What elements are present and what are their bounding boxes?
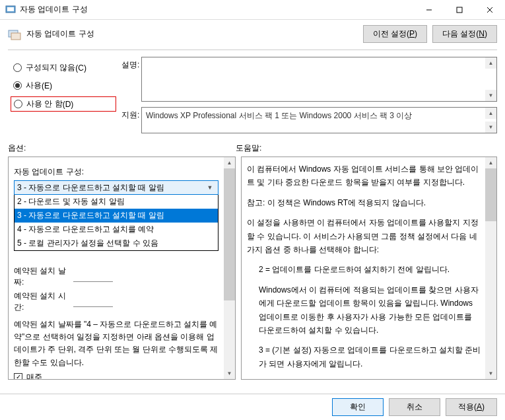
previous-setting-button[interactable]: 이전 설정(P): [363, 25, 427, 43]
policy-title: 자동 업데이트 구성: [26, 28, 358, 40]
radio-icon: [13, 63, 22, 72]
radio-disabled[interactable]: 사용 안 함(D): [11, 96, 116, 112]
scrollbar-thumb[interactable]: [485, 168, 496, 221]
scroll-up-icon[interactable]: ▲: [485, 57, 496, 69]
maximize-button[interactable]: [444, 0, 475, 20]
description-label: 설명:: [121, 57, 141, 102]
next-setting-button[interactable]: 다음 설정(N): [432, 25, 497, 43]
scroll-down-icon[interactable]: ▼: [224, 368, 235, 379]
scroll-up-icon[interactable]: ▲: [485, 157, 496, 168]
scroll-down-icon[interactable]: ▼: [485, 368, 496, 379]
weekly-checkbox-row[interactable]: 매주: [14, 372, 219, 380]
svg-rect-3: [457, 7, 462, 13]
config-label: 자동 업데이트 구성:: [14, 166, 219, 178]
config-combo-list[interactable]: 2 - 다운로드 및 자동 설치 알림 3 - 자동으로 다운로드하고 설치할 …: [14, 195, 219, 251]
title-bar: 자동 업데이트 구성: [0, 0, 505, 20]
checkbox-icon: [14, 373, 22, 380]
help-pane: 이 컴퓨터에서 Windows 자동 업데이트 서비스를 통해 보안 업데이트 …: [241, 157, 497, 380]
app-icon: [5, 5, 16, 15]
combo-option[interactable]: 5 - 로컬 관리자가 설정을 선택할 수 있음: [15, 236, 218, 250]
scroll-up-icon[interactable]: ▲: [485, 108, 496, 119]
scroll-down-icon[interactable]: ▼: [485, 90, 496, 101]
radio-not-configured[interactable]: 구성되지 않음(C): [11, 61, 116, 75]
config-combo[interactable]: 3 - 자동으로 다운로드하고 설치할 때 알림 ▼: [14, 180, 219, 195]
scroll-down-icon[interactable]: ▼: [485, 122, 496, 133]
combo-option[interactable]: 3 - 자동으로 다운로드하고 설치할 때 알림: [15, 209, 218, 223]
radio-enabled[interactable]: 사용(E): [11, 79, 116, 92]
support-text: Windows XP Professional 서비스 팩 1 또는 Windo…: [142, 108, 496, 124]
options-paragraph: 예약된 설치 날짜를 "4 – 자동으로 다운로드하고 설치를 예약"으로 선택…: [14, 318, 219, 369]
chevron-down-icon: ▼: [205, 184, 215, 191]
combo-option[interactable]: 2 - 다운로드 및 자동 설치 알림: [15, 195, 218, 209]
radio-icon: [14, 100, 22, 108]
help-text: 이 컴퓨터에서 Windows 자동 업데이트 서비스를 통해 보안 업데이트 …: [242, 157, 496, 379]
ok-button[interactable]: 확인: [332, 398, 384, 416]
radio-group: 구성되지 않음(C) 사용(E) 사용 안 함(D): [11, 57, 116, 139]
weekly-label: 매주: [26, 372, 42, 380]
scroll-up-icon[interactable]: ▲: [224, 157, 235, 168]
scheduled-time-label: 예약된 설치 시간:: [14, 291, 73, 313]
help-scrollbar[interactable]: ▲ ▼: [485, 157, 496, 379]
apply-button[interactable]: 적용(A): [446, 398, 497, 416]
svg-rect-7: [11, 33, 20, 40]
options-pane: 자동 업데이트 구성: 3 - 자동으로 다운로드하고 설치할 때 알림 ▼ 2…: [8, 157, 236, 380]
combo-value: 3 - 자동으로 다운로드하고 설치할 때 알림: [17, 182, 205, 193]
policy-icon: [8, 28, 21, 40]
support-textarea[interactable]: Windows XP Professional 서비스 팩 1 또는 Windo…: [141, 107, 497, 133]
options-label: 옵션:: [8, 143, 236, 154]
scrollbar-thumb[interactable]: [224, 168, 235, 300]
separator: [8, 50, 497, 50]
minimize-button[interactable]: [414, 0, 444, 20]
help-label: 도움말:: [236, 143, 261, 154]
options-scrollbar[interactable]: ▲ ▼: [224, 157, 235, 379]
footer: 확인 취소 적용(A): [0, 394, 505, 420]
scheduled-time-input[interactable]: [73, 297, 113, 307]
combo-option[interactable]: 4 - 자동으로 다운로드하고 설치를 예약: [15, 223, 218, 236]
window-title: 자동 업데이트 구성: [20, 4, 414, 15]
header: 자동 업데이트 구성 이전 설정(P) 다음 설정(N): [0, 20, 505, 46]
cancel-button[interactable]: 취소: [389, 398, 440, 416]
radio-icon: [13, 81, 22, 90]
close-button[interactable]: [475, 0, 505, 20]
scheduled-date-label: 예약된 설치 날짜:: [14, 265, 73, 288]
svg-rect-1: [7, 7, 14, 11]
scheduled-date-input[interactable]: [73, 271, 113, 282]
description-textarea[interactable]: ▲ ▼: [141, 57, 497, 102]
support-label: 지원:: [121, 107, 141, 133]
